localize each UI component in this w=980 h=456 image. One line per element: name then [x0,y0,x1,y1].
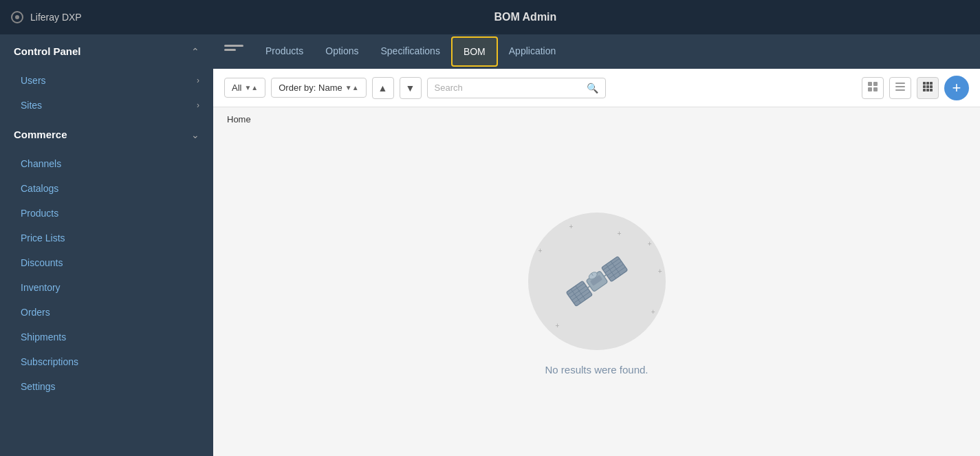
svg-rect-7 [923,82,926,85]
commerce-label: Commerce [14,129,67,140]
sort-arrows-icon: ▼▲ [345,84,359,91]
tab-products[interactable]: Products [254,37,314,67]
sidebar-item-catalogs[interactable]: Catalogs [0,176,213,201]
svg-line-17 [567,283,584,294]
svg-line-28 [606,264,616,278]
top-bar-center: BOM Admin [82,11,969,23]
svg-rect-5 [895,86,905,87]
svg-line-19 [571,288,588,300]
top-bar: Liferay DXP BOM Admin [0,0,980,34]
svg-point-33 [587,270,598,280]
tab-application[interactable]: Application [498,37,567,67]
svg-rect-13 [923,89,926,91]
search-icon: 🔍 [587,83,598,94]
control-panel-label: Control Panel [14,45,81,57]
main-content: Products Options Specifications BOM Appl… [213,34,980,456]
shipments-label: Shipments [21,332,66,343]
satellite-svg [563,247,631,316]
filter-label: All [232,83,241,93]
sort-desc-icon: ▼ [406,83,415,94]
search-input[interactable] [435,83,581,93]
list-view-button[interactable] [889,77,911,99]
sort-desc-button[interactable]: ▼ [400,77,422,99]
star-1: + [569,223,574,230]
star-6: + [556,322,560,329]
svg-rect-3 [873,87,878,91]
svg-rect-23 [601,256,627,281]
svg-rect-4 [895,83,905,84]
search-box: 🔍 [427,78,606,98]
grid-view-button[interactable] [862,77,884,99]
svg-rect-10 [923,85,926,88]
svg-rect-32 [586,270,608,292]
chevron-down-icon: ⌃ [191,46,199,57]
svg-rect-6 [895,89,905,91]
svg-rect-35 [589,274,602,285]
svg-line-24 [602,258,619,270]
commerce-section[interactable]: Commerce ⌄ [0,118,213,151]
grid-cards-icon [867,81,878,95]
sort-asc-icon: ▲ [378,83,388,94]
toolbar: All ▼▲ Order by: Name ▼▲ ▲ ▼ 🔍 [213,69,980,107]
subscriptions-label: Subscriptions [21,356,78,367]
chevron-right-icon: › [197,100,199,110]
plus-icon: + [952,79,961,97]
app-name: Liferay DXP [30,12,82,23]
svg-rect-12 [930,85,933,88]
sidebar-item-subscriptions[interactable]: Subscriptions [0,349,213,374]
control-panel-section[interactable]: Control Panel ⌃ [0,34,213,68]
users-label: Users [21,75,46,86]
tab-options[interactable]: Options [314,37,369,67]
filter-select[interactable]: All ▼▲ [224,78,265,98]
svg-line-31 [604,274,606,276]
svg-line-26 [607,264,623,276]
table-icon [922,81,933,95]
table-view-button[interactable] [917,77,939,99]
sidebar-item-users[interactable]: Users › [0,68,213,93]
top-bar-left: Liferay DXP [11,11,82,23]
tab-bar: Products Options Specifications BOM Appl… [213,34,980,69]
page-title: BOM Admin [494,11,556,23]
empty-state-message: No results were found. [545,364,648,376]
sidebar-item-orders[interactable]: Orders [0,300,213,325]
svg-line-25 [605,261,621,272]
sidebar-item-shipments[interactable]: Shipments [0,325,213,349]
add-button[interactable]: + [944,76,969,100]
content-area: + + + + + + + [213,131,980,456]
empty-state: + + + + + + + [528,213,666,376]
star-3: + [648,240,652,248]
logo-dot [15,15,19,19]
svg-rect-1 [873,82,878,86]
tab-specifications[interactable]: Specifications [370,37,451,67]
chevron-right-icon: › [197,76,199,85]
order-label: Order by: Name [279,83,342,93]
sidebar-item-price-lists[interactable]: Price Lists [0,226,213,250]
sidebar-item-inventory[interactable]: Inventory [0,275,213,300]
svg-rect-16 [566,281,592,306]
home-breadcrumb[interactable]: Home [227,114,251,124]
sidebar-toggle-button[interactable] [224,45,243,58]
inventory-label: Inventory [21,282,61,293]
svg-line-30 [587,286,589,287]
sites-label: Sites [21,100,42,111]
sidebar-item-products[interactable]: Products [0,201,213,226]
tab-bom[interactable]: BOM [451,36,498,67]
star-5: + [651,308,655,316]
sidebar-item-settings[interactable]: Settings [0,374,213,399]
layout: Control Panel ⌃ Users › Sites › Commerce… [0,34,980,456]
svg-line-21 [571,289,580,303]
sidebar-item-discounts[interactable]: Discounts [0,250,213,275]
order-select[interactable]: Order by: Name ▼▲ [271,78,366,98]
list-icon [895,81,906,95]
sidebar-item-channels[interactable]: Channels [0,151,213,176]
star-2: + [618,230,622,237]
sort-asc-button[interactable]: ▲ [372,77,394,99]
svg-rect-0 [868,82,872,86]
liferay-logo [11,11,23,23]
catalogs-label: Catalogs [21,183,58,194]
sidebar-item-sites[interactable]: Sites › [0,93,213,118]
svg-line-29 [611,261,620,274]
price-lists-label: Price Lists [21,232,65,243]
breadcrumb: Home [213,107,980,131]
svg-line-18 [569,285,586,297]
